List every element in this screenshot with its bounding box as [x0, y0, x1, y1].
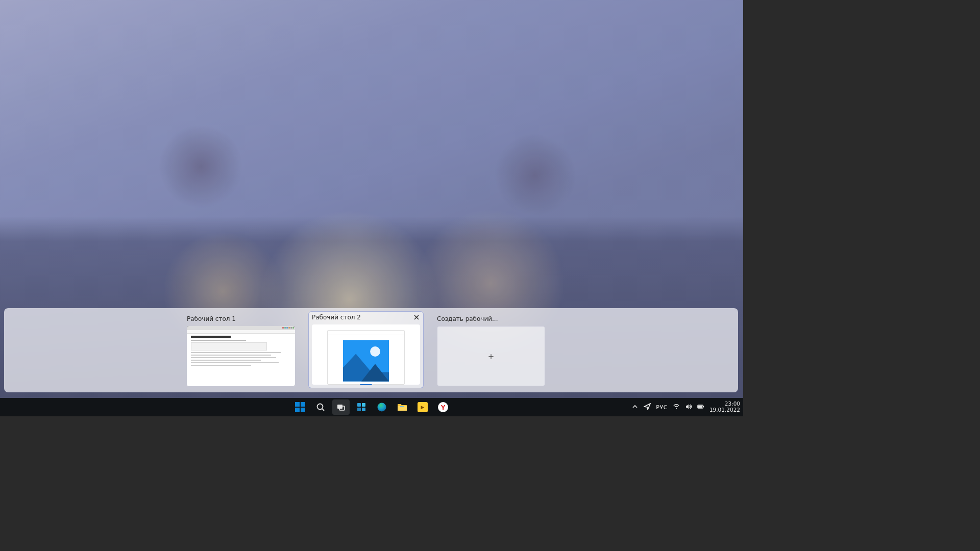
- svg-line-5: [322, 409, 324, 411]
- photos-window-thumb: [327, 330, 405, 385]
- svg-rect-8: [357, 403, 361, 407]
- windows-logo-icon: [295, 402, 305, 412]
- virtual-desktop-1[interactable]: Рабочий стол 1: [187, 315, 295, 386]
- virtual-desktop-2[interactable]: Рабочий стол 2: [308, 311, 424, 388]
- photos-app-icon: [343, 340, 389, 382]
- clock[interactable]: 23:00 19.01.2022: [709, 401, 740, 413]
- task-view-icon: [336, 402, 346, 412]
- browser-addressbar: [187, 330, 295, 334]
- search-icon: [315, 402, 326, 412]
- edge-button[interactable]: [373, 399, 390, 415]
- svg-rect-17: [698, 405, 702, 407]
- edge-icon: [377, 402, 387, 412]
- chevron-up-icon: [631, 403, 639, 410]
- search-button[interactable]: [312, 399, 329, 415]
- widgets-icon: [356, 402, 366, 412]
- yandex-button[interactable]: Y: [434, 399, 452, 415]
- player-app-icon: ▶: [418, 402, 428, 412]
- new-desktop-slot[interactable]: Создать рабочий... ＋: [437, 315, 545, 386]
- taskbar: ▶ Y РУС: [0, 398, 743, 416]
- speaker-icon: [685, 403, 692, 410]
- send-icon: [644, 403, 651, 410]
- svg-rect-10: [357, 408, 361, 411]
- language-indicator[interactable]: РУС: [656, 404, 668, 411]
- browser-tabstrip: [187, 326, 295, 330]
- task-view-button[interactable]: [332, 399, 350, 415]
- plus-icon: ＋: [486, 350, 496, 362]
- svg-rect-13: [400, 406, 404, 407]
- close-desktop-button[interactable]: [413, 314, 420, 321]
- tray-overflow-button[interactable]: [631, 403, 639, 412]
- file-explorer-button[interactable]: [394, 399, 411, 415]
- virtual-desktop-2-label: Рабочий стол 2: [312, 314, 361, 321]
- system-tray: РУС 23:00 19.01.2022: [631, 401, 740, 413]
- new-desktop-button[interactable]: ＋: [437, 326, 545, 386]
- battery-button[interactable]: [697, 403, 704, 412]
- svg-point-12: [378, 403, 386, 412]
- virtual-desktop-1-label: Рабочий стол 1: [187, 315, 236, 322]
- clock-date: 19.01.2022: [709, 407, 740, 413]
- virtual-desktop-2-thumbnail[interactable]: [312, 324, 420, 385]
- virtual-desktop-1-thumbnail[interactable]: [187, 326, 295, 386]
- task-view-panel: Рабочий стол 1 Рабочий стол 2: [4, 308, 738, 392]
- svg-rect-11: [362, 408, 365, 411]
- new-desktop-label: Создать рабочий...: [437, 315, 498, 322]
- wifi-button[interactable]: [673, 403, 680, 412]
- svg-point-14: [676, 408, 677, 409]
- volume-button[interactable]: [685, 403, 692, 412]
- player-app-button[interactable]: ▶: [414, 399, 431, 415]
- yandex-icon: Y: [438, 402, 448, 412]
- active-window-indicator: [360, 384, 372, 385]
- widgets-button[interactable]: [353, 399, 370, 415]
- start-button[interactable]: [291, 399, 309, 415]
- folder-icon: [397, 402, 407, 412]
- wifi-icon: [673, 403, 680, 410]
- close-icon: [414, 315, 419, 320]
- svg-rect-6: [337, 405, 342, 409]
- taskbar-center: ▶ Y: [291, 399, 452, 415]
- battery-icon: [697, 403, 704, 410]
- svg-point-3: [370, 346, 380, 357]
- svg-rect-9: [362, 403, 365, 407]
- svg-rect-16: [703, 406, 704, 407]
- browser-page: [187, 334, 295, 386]
- svg-point-4: [317, 404, 323, 410]
- tray-send-button[interactable]: [644, 403, 651, 412]
